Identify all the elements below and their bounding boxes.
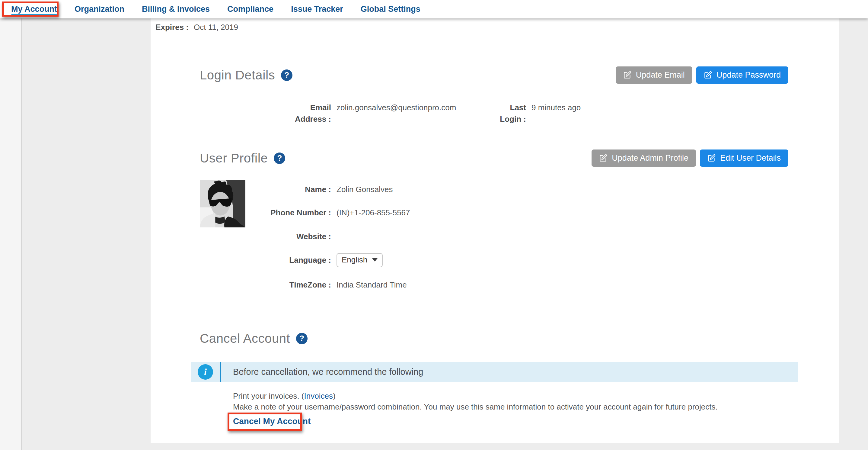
user-profile-help-icon[interactable]: ? <box>274 152 285 164</box>
edit-user-details-label: Edit User Details <box>720 153 781 163</box>
account-settings-panel: Expires : Oct 11, 2019 Login Details ? U… <box>151 19 839 443</box>
login-details-fields: Email Address : zolin.gonsalves@question… <box>151 102 839 125</box>
language-select[interactable]: English <box>337 253 383 267</box>
print-invoices-text-suffix: ) <box>333 391 336 400</box>
user-profile-header: User Profile ? Update Admin Profile Edit… <box>200 150 788 167</box>
update-admin-profile-label: Update Admin Profile <box>612 153 688 163</box>
nav-tab-organization[interactable]: Organization <box>74 0 124 19</box>
expires-label: Expires : <box>151 23 189 32</box>
left-gutter <box>0 19 22 450</box>
section-divider <box>184 173 803 173</box>
phone-number-label: Phone Number : <box>151 208 331 217</box>
name-value: Zolin Gonsalves <box>337 185 393 194</box>
update-password-button[interactable]: Update Password <box>696 66 788 84</box>
expires-value: Oct 11, 2019 <box>194 23 238 32</box>
phone-number-value: (IN)+1-206-855-5567 <box>337 208 410 217</box>
update-password-label: Update Password <box>716 70 781 80</box>
email-address-label: Email Address : <box>283 102 331 125</box>
cancellation-recommendations: Print your invoices. (Invoices) Make a n… <box>233 390 718 412</box>
invoices-link[interactable]: Invoices <box>304 391 333 400</box>
cancel-account-help-icon[interactable]: ? <box>296 333 308 344</box>
banner-text: Before cancellation, we recommend the fo… <box>233 367 423 377</box>
cancel-my-account-link[interactable]: Cancel My Account <box>233 417 311 426</box>
profile-row-name: Name : Zolin Gonsalves <box>151 183 573 196</box>
profile-row-language: Language : English <box>151 253 573 267</box>
profile-row-website: Website : <box>151 230 573 243</box>
website-label: Website : <box>151 232 331 241</box>
update-admin-profile-button[interactable]: Update Admin Profile <box>592 150 696 167</box>
edit-user-details-button[interactable]: Edit User Details <box>700 150 788 167</box>
username-password-note: Make a note of your username/password co… <box>233 401 718 412</box>
language-label: Language : <box>151 256 331 265</box>
top-navigation: My Account Organization Billing & Invoic… <box>0 0 868 19</box>
nav-tab-my-account[interactable]: My Account <box>11 0 57 19</box>
profile-row-timezone: TimeZone : India Standard Time <box>151 278 573 292</box>
login-details-help-icon[interactable]: ? <box>281 69 292 81</box>
last-login-label: Last Login : <box>499 102 526 125</box>
print-invoices-text: Print your invoices. ( <box>233 391 304 400</box>
edit-icon <box>707 154 716 162</box>
nav-tab-global-settings[interactable]: Global Settings <box>361 0 421 19</box>
print-invoices-line: Print your invoices. (Invoices) <box>233 390 718 401</box>
chevron-down-icon <box>372 258 378 262</box>
license-expires-row: Expires : Oct 11, 2019 <box>151 23 238 32</box>
login-details-title: Login Details <box>200 68 275 83</box>
cancellation-info-banner: i Before cancellation, we recommend the … <box>191 362 798 382</box>
last-login-value: 9 minutes ago <box>531 102 581 125</box>
banner-separator <box>220 362 221 382</box>
section-divider <box>184 90 803 90</box>
email-address-value: zolin.gonsalves@questionpro.com <box>337 102 499 125</box>
edit-icon <box>623 71 631 79</box>
login-details-header: Login Details ? Update Email Update Pass… <box>200 66 788 84</box>
user-profile-title: User Profile <box>200 151 268 166</box>
section-divider <box>184 353 803 353</box>
edit-icon <box>704 71 712 79</box>
nav-tab-issue-tracker[interactable]: Issue Tracker <box>291 0 343 19</box>
profile-row-phone: Phone Number : (IN)+1-206-855-5567 <box>151 206 573 219</box>
update-email-button[interactable]: Update Email <box>616 66 692 84</box>
timezone-label: TimeZone : <box>151 280 331 290</box>
name-label: Name : <box>151 185 331 194</box>
nav-tab-billing-invoices[interactable]: Billing & Invoices <box>142 0 210 19</box>
info-icon: i <box>198 364 213 380</box>
nav-tab-compliance[interactable]: Compliance <box>227 0 273 19</box>
timezone-value: India Standard Time <box>337 280 407 290</box>
cancel-account-title: Cancel Account <box>200 331 290 346</box>
edit-icon <box>599 154 607 162</box>
cancel-account-header: Cancel Account ? <box>200 330 788 347</box>
update-email-label: Update Email <box>636 70 685 80</box>
language-selected-value: English <box>342 255 367 265</box>
